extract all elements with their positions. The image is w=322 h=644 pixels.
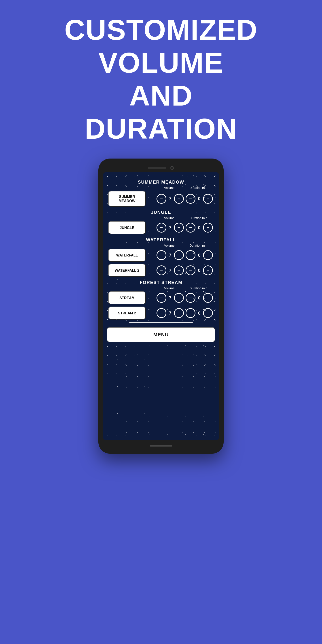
duration-value-stream-2: 0 [197,310,202,316]
duration-stepper-stream-2: − 0 + [186,308,213,318]
col-headers-jungle: Volume Duration min [108,216,214,220]
duration-minus-summer-meadow[interactable]: − [186,194,196,204]
duration-value-stream: 0 [197,296,202,300]
volume-value-summer-meadow: 7 [168,196,173,201]
col-volume-label-waterfall: Volume [155,244,184,247]
duration-minus-stream[interactable]: − [186,293,196,303]
sound-button-summer-meadow[interactable]: SUMMER MEADOW [108,191,146,206]
col-headers-summer-meadow: Volume Duration min [108,186,214,190]
col-volume-label-jungle: Volume [155,216,184,220]
duration-plus-summer-meadow[interactable]: + [203,194,213,204]
volume-minus-jungle[interactable]: − [156,223,166,232]
volume-value-jungle: 7 [168,225,173,230]
phone-shell: SUMMER MEADOW Volume Duration min SUMMER… [98,158,224,454]
volume-minus-waterfall-2[interactable]: − [156,266,166,275]
phone-camera [170,166,174,170]
volume-value-stream: 7 [168,296,173,300]
controls-summer-meadow: − 7 + − 0 + [156,194,214,204]
volume-value-waterfall-2: 7 [168,268,173,273]
duration-plus-jungle[interactable]: + [203,223,213,232]
duration-stepper-stream: − 0 + [186,293,213,303]
duration-minus-jungle[interactable]: − [186,223,196,232]
duration-minus-waterfall-2[interactable]: − [186,266,196,275]
sound-row-waterfall-2: WATERFALL 2 − 7 + − 0 + [108,264,214,277]
volume-plus-waterfall[interactable]: + [174,250,184,260]
home-indicator [150,445,172,446]
col-volume-label-sm: Volume [155,186,184,190]
scroll-indicator [129,322,192,323]
duration-value-jungle: 0 [197,225,202,230]
duration-stepper-jungle: − 0 + [186,223,213,232]
volume-plus-summer-meadow[interactable]: + [174,194,184,204]
duration-stepper-waterfall: − 0 + [186,250,213,260]
volume-plus-stream-2[interactable]: + [174,308,184,318]
phone-screen: SUMMER MEADOW Volume Duration min SUMMER… [103,172,219,440]
section-heading-jungle: JUNGLE [108,210,214,215]
sound-row-jungle: JUNGLE − 7 + − 0 + [108,221,214,234]
volume-stepper-jungle: − 7 + [156,223,184,232]
sound-button-waterfall-2[interactable]: WATERFALL 2 [108,264,146,277]
sound-button-stream-2[interactable]: STREAM 2 [108,306,146,320]
phone-speaker [148,167,166,169]
volume-minus-stream[interactable]: − [156,293,166,303]
col-volume-label-stream: Volume [155,286,184,290]
sound-row-stream: STREAM − 7 + − 0 + [108,291,214,304]
sound-button-jungle[interactable]: JUNGLE [108,221,146,234]
duration-stepper-waterfall-2: − 0 + [186,266,213,275]
screen-content: SUMMER MEADOW Volume Duration min SUMMER… [103,172,219,325]
duration-minus-stream-2[interactable]: − [186,308,196,318]
volume-stepper-summer-meadow: − 7 + [156,194,184,204]
sound-button-stream[interactable]: STREAM [108,291,146,304]
col-duration-label-jungle: Duration min [184,216,213,220]
volume-minus-waterfall[interactable]: − [156,250,166,260]
duration-plus-stream[interactable]: + [203,293,213,303]
col-duration-label-waterfall: Duration min [184,244,213,247]
volume-minus-stream-2[interactable]: − [156,308,166,318]
sound-row-waterfall: WATERFALL − 7 + − 0 + [108,249,214,262]
duration-plus-stream-2[interactable]: + [203,308,213,318]
volume-plus-jungle[interactable]: + [174,223,184,232]
duration-plus-waterfall-2[interactable]: + [203,266,213,275]
volume-stepper-stream: − 7 + [156,293,184,303]
sound-row-summer-meadow: SUMMER MEADOW − 7 + − 0 + [108,191,214,206]
volume-stepper-waterfall-2: − 7 + [156,266,184,275]
volume-plus-stream[interactable]: + [174,293,184,303]
duration-value-summer-meadow: 0 [197,196,202,201]
section-heading-summer-meadow: SUMMER MEADOW [108,180,214,185]
volume-stepper-waterfall: − 7 + [156,250,184,260]
duration-minus-waterfall[interactable]: − [186,250,196,260]
duration-plus-waterfall[interactable]: + [203,250,213,260]
sound-row-stream-2: STREAM 2 − 7 + − 0 + [108,306,214,320]
controls-waterfall: − 7 + − 0 + [156,250,214,260]
hero-title: CUSTOMIZED VOLUME AND DURATION [64,14,258,145]
col-duration-label-sm: Duration min [184,186,213,190]
volume-value-stream-2: 7 [168,310,173,316]
volume-plus-waterfall-2[interactable]: + [174,266,184,275]
section-heading-forest-stream: FOREST STREAM [108,280,214,285]
controls-stream: − 7 + − 0 + [156,293,214,303]
volume-value-waterfall: 7 [168,253,173,258]
volume-minus-summer-meadow[interactable]: − [156,194,166,204]
controls-jungle: − 7 + − 0 + [156,223,214,232]
col-headers-waterfall: Volume Duration min [108,244,214,247]
duration-stepper-summer-meadow: − 0 + [186,194,213,204]
col-headers-forest-stream: Volume Duration min [108,286,214,290]
phone-top-bar [103,163,219,172]
section-heading-waterfall: WATERFALL [108,237,214,242]
sound-button-waterfall[interactable]: WATERFALL [108,249,146,262]
controls-stream-2: − 7 + − 0 + [156,308,214,318]
menu-bar: MENU [103,325,219,346]
volume-stepper-stream-2: − 7 + [156,308,184,318]
controls-waterfall-2: − 7 + − 0 + [156,266,214,275]
phone-bottom [103,442,219,449]
duration-value-waterfall: 0 [197,253,202,258]
duration-value-waterfall-2: 0 [197,268,202,273]
col-duration-label-stream: Duration min [184,286,213,290]
menu-button[interactable]: MENU [107,327,215,342]
